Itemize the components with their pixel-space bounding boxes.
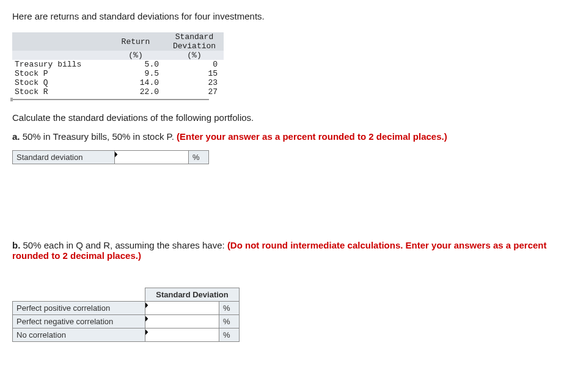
part-a-prompt: a. 50% in Treasury bills, 50% in stock P… xyxy=(12,131,563,142)
unit-label: % xyxy=(219,328,240,342)
table-divider xyxy=(12,99,209,100)
part-a-input[interactable] xyxy=(119,151,188,164)
calc-prompt: Calculate the standard deviations of the… xyxy=(12,112,563,123)
part-b-prompt: b. 50% each in Q and R, assuming the sha… xyxy=(12,240,563,261)
unit-label: % xyxy=(219,315,240,328)
input-flag-icon xyxy=(145,316,148,327)
part-a-answer-table: Standard deviation % xyxy=(12,150,209,164)
row-label: Perfect negative correlation xyxy=(13,315,145,328)
part-b-input-none[interactable] xyxy=(149,329,219,341)
unit-label: % xyxy=(219,302,240,315)
part-b-input-pos[interactable] xyxy=(149,302,219,314)
sd-label: Standard deviation xyxy=(13,151,115,164)
input-flag-icon xyxy=(145,303,148,314)
investments-table: Return Standard Deviation (%) (%) Treasu… xyxy=(12,32,224,96)
unit-label: % xyxy=(189,151,209,164)
input-flag-icon xyxy=(115,152,117,163)
table-row: Treasury bills 5.0 0 xyxy=(12,60,224,69)
part-b-input-neg[interactable] xyxy=(149,316,219,328)
part-b-answer-table: Standard Deviation Perfect positive corr… xyxy=(12,288,240,342)
header-return-unit: (%) xyxy=(106,51,165,60)
row-label: No correlation xyxy=(13,328,145,342)
table-row: Stock R 22.0 27 xyxy=(12,87,224,96)
header-sd-top: Standard Deviation xyxy=(165,32,224,51)
table-row: Stock Q 14.0 23 xyxy=(12,78,224,87)
header-return-top: Return xyxy=(106,32,165,51)
sd-input-cell xyxy=(115,151,189,164)
header-empty xyxy=(12,32,106,51)
intro-text: Here are returns and standard deviations… xyxy=(12,11,563,21)
input-flag-icon xyxy=(145,330,148,341)
sd-header: Standard Deviation xyxy=(145,288,240,302)
header-sd-unit: (%) xyxy=(165,51,224,60)
table-row: Stock P 9.5 15 xyxy=(12,69,224,78)
row-label: Perfect positive correlation xyxy=(13,302,145,315)
